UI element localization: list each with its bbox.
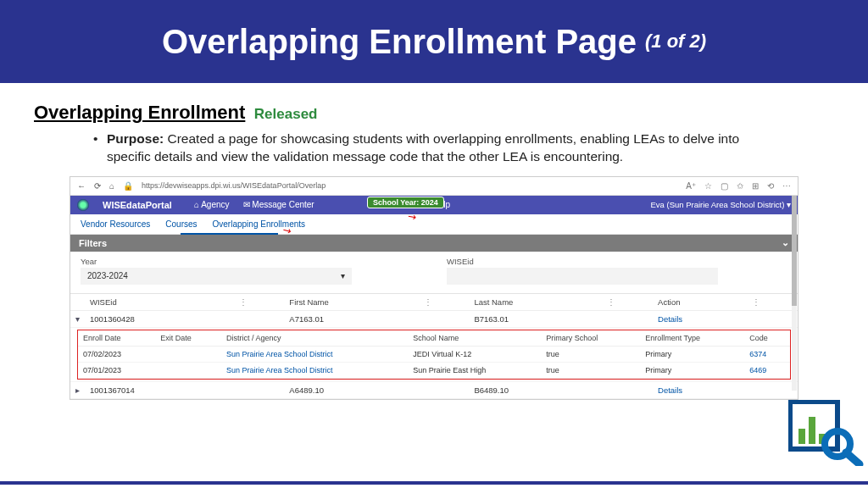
district-link[interactable]: Sun Prairie Area School District — [221, 362, 408, 378]
filters-header[interactable]: Filters ⌄ — [70, 235, 798, 252]
table-row: ▸ 1001367014 A6489.10 B6489.10 Details — [70, 381, 798, 398]
code-link[interactable]: 6374 — [744, 346, 790, 362]
svg-line-5 — [846, 452, 860, 464]
col-menu-icon[interactable]: ⋮ — [602, 294, 653, 311]
collection-icon[interactable]: ▢ — [721, 181, 728, 191]
slide-title: Overlapping Enrollment Page — [162, 23, 637, 61]
released-badge: Released — [254, 106, 318, 122]
more-icon[interactable]: ⋯ — [782, 181, 791, 191]
star-icon[interactable]: ☆ — [704, 181, 712, 191]
sync-icon[interactable]: ⟲ — [767, 181, 774, 191]
detail-row: 07/01/2023 Sun Prairie Area School Distr… — [78, 362, 790, 378]
svg-rect-1 — [798, 429, 805, 444]
table-row: ▾ 1001360428 A7163.01 B7163.01 Details — [70, 310, 798, 327]
expand-icon[interactable]: ▾ — [70, 310, 85, 327]
slide-subtitle: (1 of 2) — [645, 30, 706, 53]
nav-message[interactable]: ✉ Message Center — [243, 200, 314, 209]
tab-overlapping-enrollments[interactable]: Overlapping Enrollments — [213, 219, 306, 229]
col-type: Enrollment Type — [640, 330, 744, 347]
portal-name: WISEdataPortal — [103, 200, 172, 210]
col-enroll-date: Enroll Date — [78, 330, 155, 347]
portal-navbar: WISEdataPortal ⌂ Agency ✉ Message Center… — [70, 196, 798, 214]
tab-vendor-resources[interactable]: Vendor Resources — [81, 219, 150, 229]
col-first: First Name — [284, 294, 418, 311]
purpose-text: Created a page for showcasing students w… — [107, 131, 739, 164]
extension-icon[interactable]: ⊞ — [752, 181, 759, 191]
filters-body: Year 2023-2024▾ WISEid — [70, 252, 798, 294]
school-year-badge: School Year: 2024 — [367, 197, 444, 208]
read-icon[interactable]: A⁺ — [686, 181, 696, 191]
lock-icon: 🔒 — [123, 181, 133, 191]
slide-header: Overlapping Enrollment Page (1 of 2) — [0, 0, 868, 83]
purpose-bullet: Purpose: Created a page for showcasing s… — [93, 130, 771, 166]
scrollbar[interactable] — [792, 196, 797, 391]
results-table: WISEid⋮ First Name⋮ Last Name⋮ Action⋮ ▾… — [70, 294, 798, 399]
refresh-icon[interactable]: ⟳ — [94, 181, 101, 191]
year-label: Year — [81, 257, 421, 266]
portal-logo-icon — [77, 199, 89, 211]
svg-rect-2 — [809, 417, 815, 444]
year-select[interactable]: 2023-2024▾ — [81, 268, 352, 285]
col-menu-icon[interactable]: ⋮ — [419, 294, 470, 311]
brand-chart-icon — [788, 400, 865, 469]
favorites-icon[interactable]: ✩ — [737, 181, 743, 191]
section-heading: Overlapping Enrollment — [34, 102, 245, 123]
enrollment-detail-panel: Enroll Date Exit Date District / Agency … — [77, 330, 791, 380]
purpose-label: Purpose: — [107, 131, 164, 146]
chevron-down-icon: ⌄ — [782, 237, 789, 248]
user-menu[interactable]: Eva (Sun Prairie Area School District) ▾ — [650, 200, 791, 209]
col-menu-icon[interactable]: ⋮ — [234, 294, 285, 311]
col-action: Action — [653, 294, 747, 311]
col-primary: Primary School — [541, 330, 640, 347]
col-wiseid: WISEid — [85, 294, 234, 311]
details-link[interactable]: Details — [653, 310, 747, 327]
col-menu-icon[interactable]: ⋮ — [747, 294, 798, 311]
filters-label: Filters — [79, 238, 107, 248]
col-district: District / Agency — [221, 330, 408, 347]
app-screenshot: ← ⟳ ⌂ 🔒 https://devwiseapps.dpi.wi.us/WI… — [70, 176, 798, 400]
col-school: School Name — [408, 330, 541, 347]
col-code: Code — [744, 330, 790, 347]
back-icon[interactable]: ← — [77, 181, 86, 191]
browser-toolbar: ← ⟳ ⌂ 🔒 https://devwiseapps.dpi.wi.us/WI… — [70, 177, 798, 196]
expand-icon[interactable]: ▸ — [70, 381, 85, 398]
wiseid-input[interactable] — [447, 268, 718, 285]
tab-courses[interactable]: Courses — [165, 219, 197, 229]
dropdown-icon: ▾ — [341, 271, 345, 280]
subtab-bar: Vendor Resources Courses Overlapping Enr… — [70, 214, 798, 235]
wiseid-label: WISEid — [447, 257, 787, 266]
url-text: https://devwiseapps.dpi.wi.us/WISEdataPo… — [142, 181, 677, 190]
col-last: Last Name — [469, 294, 602, 311]
footer-accent — [0, 481, 868, 485]
details-link[interactable]: Details — [653, 381, 747, 398]
home-icon[interactable]: ⌂ — [109, 181, 114, 191]
detail-row: 07/02/2023 Sun Prairie Area School Distr… — [78, 346, 790, 362]
district-link[interactable]: Sun Prairie Area School District — [221, 346, 408, 362]
nav-agency[interactable]: ⌂ Agency — [194, 200, 230, 209]
col-exit-date: Exit Date — [155, 330, 221, 347]
code-link[interactable]: 6469 — [744, 362, 790, 378]
